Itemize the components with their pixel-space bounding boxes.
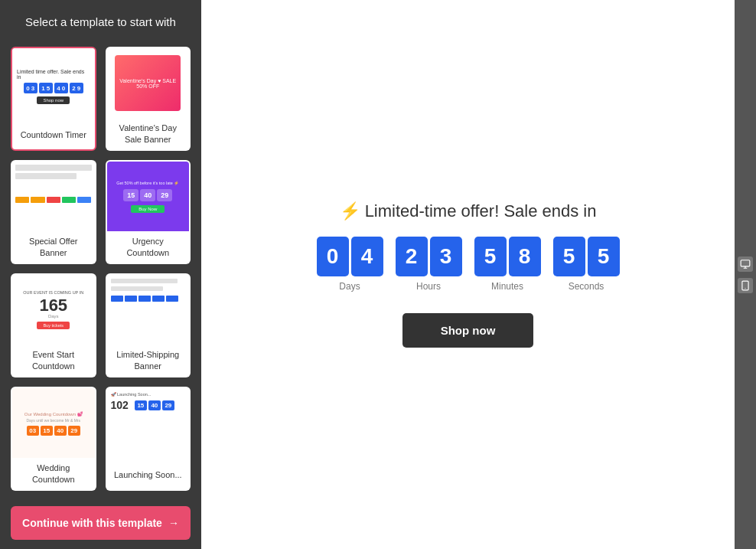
template-label-launching: Launching Soon... bbox=[107, 465, 190, 485]
digit-minutes-2: 8 bbox=[509, 237, 541, 276]
countdown-unit-days: 0 4 Days bbox=[317, 237, 383, 292]
template-thumb-limited-shipping bbox=[107, 275, 190, 345]
unit-label-days: Days bbox=[339, 281, 360, 292]
digit-hours-1: 2 bbox=[396, 237, 428, 276]
continue-button[interactable]: Continue with this template → bbox=[11, 506, 191, 540]
template-thumb-event-start: OUR EVENT IS COMING UP IN 165 Days Buy t… bbox=[12, 275, 95, 345]
main-preview: ⚡ Limited-time offer! Sale ends in 0 4 D… bbox=[201, 0, 735, 549]
template-card-launching[interactable]: 🚀 Launching Soon... 102 15 40 29 Launchi… bbox=[106, 387, 191, 491]
countdown-unit-hours: 2 3 Hours bbox=[396, 237, 462, 292]
digit-seconds-2: 5 bbox=[588, 237, 620, 276]
svg-rect-1 bbox=[742, 281, 748, 290]
template-thumb-valentines-day: Valentine's Day ♥ SALE50% OFF bbox=[107, 48, 190, 118]
shop-now-button[interactable]: Shop now bbox=[402, 313, 534, 348]
sidebar: Select a template to start with Limited … bbox=[0, 0, 201, 549]
preview-title: ⚡ Limited-time offer! Sale ends in bbox=[340, 201, 597, 221]
template-card-event-start[interactable]: OUR EVENT IS COMING UP IN 165 Days Buy t… bbox=[11, 273, 96, 377]
digit-pair-hours: 2 3 bbox=[396, 237, 462, 276]
template-label-limited-shipping: Limited-Shipping Banner bbox=[107, 345, 190, 376]
svg-point-2 bbox=[745, 287, 745, 288]
digit-pair-seconds: 5 5 bbox=[553, 237, 620, 276]
right-panel bbox=[735, 0, 756, 549]
template-thumb-urgency-countdown: Get 50% off before it's too late ⚡ 15 40… bbox=[107, 162, 190, 231]
countdown-row: 0 4 Days 2 3 Hours 5 8 Minutes bbox=[317, 237, 620, 292]
template-label-urgency-countdown: Urgency Countdown bbox=[107, 231, 190, 263]
digit-minutes-1: 5 bbox=[474, 237, 507, 276]
countdown-unit-seconds: 5 5 Seconds bbox=[553, 237, 620, 292]
preview-widget: ⚡ Limited-time offer! Sale ends in 0 4 D… bbox=[317, 201, 620, 348]
lightning-icon: ⚡ bbox=[340, 201, 360, 221]
template-thumb-launching: 🚀 Launching Soon... 102 15 40 29 bbox=[107, 388, 190, 465]
digit-hours-2: 3 bbox=[430, 237, 462, 276]
template-thumb-special-offer bbox=[12, 162, 95, 231]
digit-pair-minutes: 5 8 bbox=[474, 237, 541, 276]
template-label-event-start: Event Start Countdown bbox=[12, 345, 95, 376]
unit-label-minutes: Minutes bbox=[491, 281, 523, 292]
templates-grid: Limited time offer. Sale ends in 0 3 1 5… bbox=[0, 41, 201, 497]
template-label-special-offer: Special Offer Banner bbox=[12, 231, 95, 263]
template-thumb-wedding: Our Wedding Countdown 💕 Days until we be… bbox=[12, 388, 95, 458]
template-card-limited-shipping[interactable]: Limited-Shipping Banner bbox=[106, 273, 191, 377]
unit-label-seconds: Seconds bbox=[569, 281, 604, 292]
digit-pair-days: 0 4 bbox=[317, 237, 383, 276]
digit-days-1: 0 bbox=[317, 237, 349, 276]
monitor-icon[interactable] bbox=[738, 257, 753, 272]
template-label-valentines-day: Valentine's Day Sale Banner bbox=[107, 118, 190, 149]
svg-rect-0 bbox=[741, 260, 750, 266]
template-card-valentines-day[interactable]: Valentine's Day ♥ SALE50% OFF Valentine'… bbox=[106, 47, 191, 151]
mobile-icon[interactable] bbox=[738, 278, 753, 293]
template-card-countdown-timer[interactable]: Limited time offer. Sale ends in 0 3 1 5… bbox=[11, 47, 96, 151]
arrow-right-icon: → bbox=[168, 517, 179, 529]
template-thumb-countdown-timer: Limited time offer. Sale ends in 0 3 1 5… bbox=[12, 48, 95, 125]
continue-button-label: Continue with this template bbox=[22, 517, 162, 529]
template-label-countdown-timer: Countdown Timer bbox=[12, 125, 95, 145]
template-label-wedding: Wedding Countdown bbox=[12, 458, 95, 489]
countdown-unit-minutes: 5 8 Minutes bbox=[474, 237, 541, 292]
unit-label-hours: Hours bbox=[416, 281, 441, 292]
template-card-special-offer[interactable]: Special Offer Banner bbox=[11, 160, 96, 264]
sidebar-header: Select a template to start with bbox=[0, 0, 201, 41]
preview-title-text: Limited-time offer! Sale ends in bbox=[365, 201, 597, 221]
template-card-urgency-countdown[interactable]: Get 50% off before it's too late ⚡ 15 40… bbox=[106, 160, 191, 264]
template-card-wedding[interactable]: Our Wedding Countdown 💕 Days until we be… bbox=[11, 387, 96, 491]
digit-days-2: 4 bbox=[351, 237, 383, 276]
digit-seconds-1: 5 bbox=[553, 237, 585, 276]
